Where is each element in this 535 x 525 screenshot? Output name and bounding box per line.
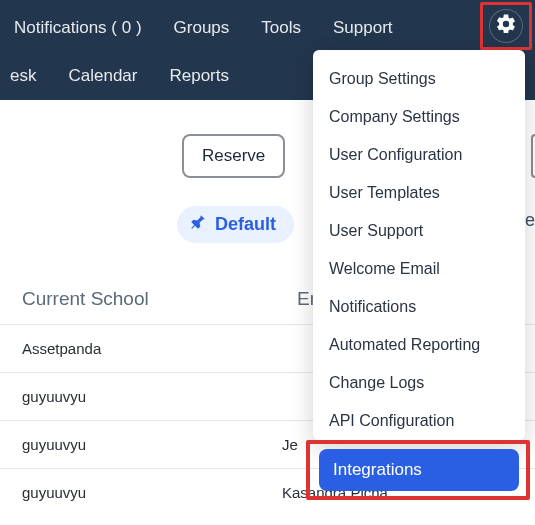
menu-item-api-configuration[interactable]: API Configuration bbox=[319, 402, 519, 430]
nav-calendar[interactable]: Calendar bbox=[68, 66, 137, 86]
menu-item-change-logs[interactable]: Change Logs bbox=[319, 364, 519, 402]
reserve-button[interactable]: Reserve bbox=[182, 134, 285, 178]
primary-nav-row: Notifications ( 0 ) Groups Tools Support bbox=[0, 0, 535, 50]
nav-groups[interactable]: Groups bbox=[174, 18, 230, 38]
default-view-pill[interactable]: Default bbox=[177, 206, 294, 243]
menu-item-automated-reporting[interactable]: Automated Reporting bbox=[319, 326, 519, 364]
nav-support[interactable]: Support bbox=[333, 18, 393, 38]
cell-school: Assetpanda bbox=[22, 340, 282, 357]
nav-notifications[interactable]: Notifications ( 0 ) bbox=[14, 18, 142, 38]
cell-email: Je bbox=[282, 436, 298, 453]
cell-school: guyuuvyu bbox=[22, 436, 282, 453]
partial-button-edge bbox=[531, 134, 535, 178]
settings-gear-highlight bbox=[480, 2, 532, 50]
menu-item-user-configuration[interactable]: User Configuration bbox=[319, 136, 519, 174]
settings-button[interactable] bbox=[489, 9, 523, 43]
col-header-school[interactable]: Current School bbox=[22, 288, 257, 310]
menu-item-user-templates[interactable]: User Templates bbox=[319, 174, 519, 212]
pin-icon bbox=[189, 213, 207, 236]
menu-item-integrations[interactable]: Integrations bbox=[319, 449, 519, 491]
default-view-label: Default bbox=[215, 214, 276, 235]
nav-reports[interactable]: Reports bbox=[169, 66, 229, 86]
nav-tools[interactable]: Tools bbox=[261, 18, 301, 38]
menu-item-company-settings[interactable]: Company Settings bbox=[319, 98, 519, 136]
gear-icon bbox=[495, 13, 517, 39]
menu-item-notifications[interactable]: Notifications bbox=[319, 288, 519, 326]
menu-item-user-support[interactable]: User Support bbox=[319, 212, 519, 250]
cell-school: guyuuvyu bbox=[22, 484, 282, 501]
menu-item-group-settings[interactable]: Group Settings bbox=[319, 60, 519, 98]
cell-school: guyuuvyu bbox=[22, 388, 282, 405]
menu-item-welcome-email[interactable]: Welcome Email bbox=[319, 250, 519, 288]
nav-desk[interactable]: esk bbox=[10, 66, 36, 86]
settings-dropdown: Group Settings Company Settings User Con… bbox=[313, 50, 525, 440]
